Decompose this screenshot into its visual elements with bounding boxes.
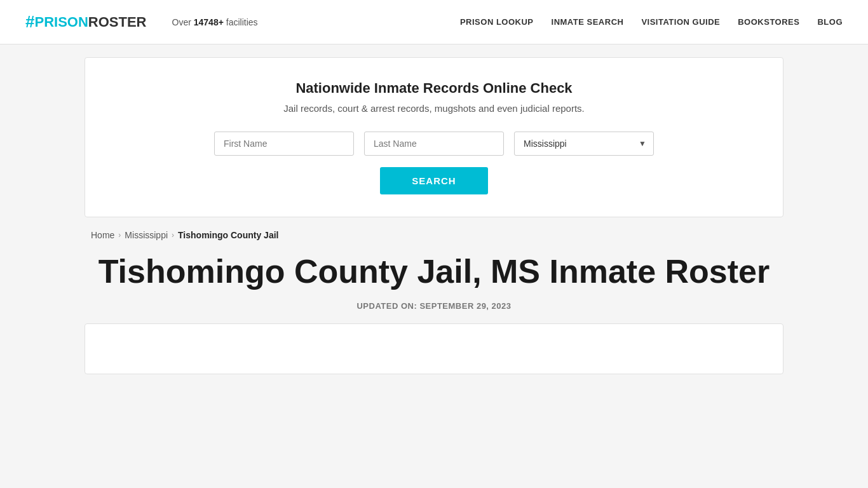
site-logo[interactable]: # PRISON ROSTER xyxy=(25,12,147,32)
nav-blog[interactable]: BLOG xyxy=(817,17,843,27)
nav-bookstores[interactable]: BOOKSTORES xyxy=(738,17,799,27)
state-select[interactable]: AlabamaAlaskaArizonaArkansasCaliforniaCo… xyxy=(514,132,654,156)
facilities-text: Over 14748+ facilities xyxy=(172,17,258,27)
breadcrumb-sep-2: › xyxy=(172,231,174,240)
search-banner-title: Nationwide Inmate Records Online Check xyxy=(111,80,757,97)
search-banner: Nationwide Inmate Records Online Check J… xyxy=(85,57,783,217)
first-name-input[interactable] xyxy=(214,132,354,156)
logo-hash: # xyxy=(25,12,34,32)
logo-roster: ROSTER xyxy=(88,14,147,30)
search-button[interactable]: SEARCH xyxy=(380,167,487,194)
search-banner-subtitle: Jail records, court & arrest records, mu… xyxy=(111,103,757,114)
nav-visitation-guide[interactable]: VISITATION GUIDE xyxy=(641,17,720,27)
main-nav: PRISON LOOKUP INMATE SEARCH VISITATION G… xyxy=(460,17,843,27)
page-title: Tishomingo County Jail, MS Inmate Roster xyxy=(91,253,777,291)
site-header: # PRISON ROSTER Over 14748+ facilities P… xyxy=(0,0,868,44)
breadcrumb: Home › Mississippi › Tishomingo County J… xyxy=(91,230,777,240)
breadcrumb-state[interactable]: Mississippi xyxy=(125,230,168,240)
breadcrumb-home[interactable]: Home xyxy=(91,230,114,240)
search-form: AlabamaAlaskaArizonaArkansasCaliforniaCo… xyxy=(111,132,757,156)
nav-prison-lookup[interactable]: PRISON LOOKUP xyxy=(460,17,534,27)
content-box xyxy=(85,323,783,374)
state-select-wrapper: AlabamaAlaskaArizonaArkansasCaliforniaCo… xyxy=(514,132,654,156)
page-title-section: Tishomingo County Jail, MS Inmate Roster… xyxy=(85,253,783,311)
facilities-count: 14748+ xyxy=(194,17,224,27)
logo-prison: PRISON xyxy=(34,14,88,30)
search-btn-row: SEARCH xyxy=(111,167,757,194)
last-name-input[interactable] xyxy=(364,132,504,156)
breadcrumb-sep-1: › xyxy=(118,231,121,240)
breadcrumb-section: Home › Mississippi › Tishomingo County J… xyxy=(85,230,783,240)
nav-inmate-search[interactable]: INMATE SEARCH xyxy=(552,17,624,27)
updated-on: UPDATED ON: SEPTEMBER 29, 2023 xyxy=(91,301,777,311)
breadcrumb-current: Tishomingo County Jail xyxy=(178,230,278,240)
